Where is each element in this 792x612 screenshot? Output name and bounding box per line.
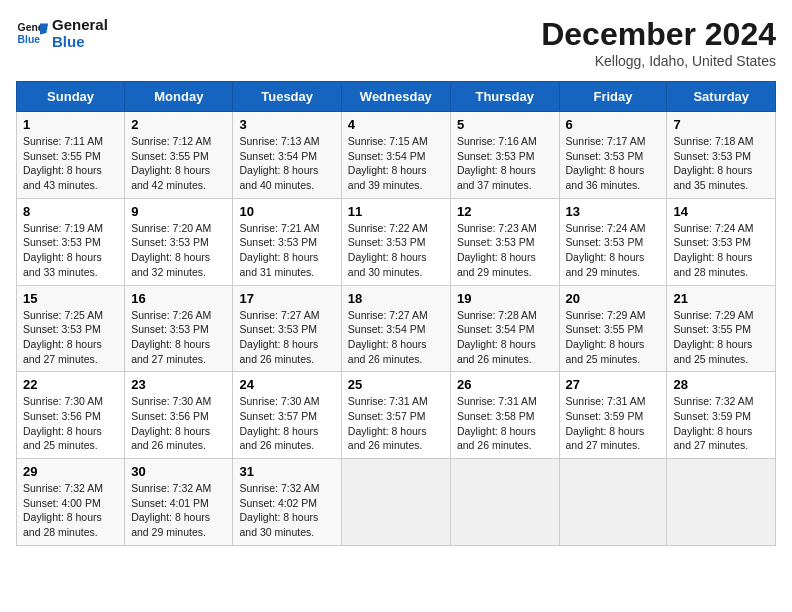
day-detail: Sunrise: 7:12 AMSunset: 3:55 PMDaylight:…: [131, 135, 211, 191]
day-detail: Sunrise: 7:17 AMSunset: 3:53 PMDaylight:…: [566, 135, 646, 191]
weekday-header-sunday: Sunday: [17, 82, 125, 112]
calendar-cell: 21 Sunrise: 7:29 AMSunset: 3:55 PMDaylig…: [667, 285, 776, 372]
day-number: 5: [457, 117, 553, 132]
day-number: 20: [566, 291, 661, 306]
day-number: 7: [673, 117, 769, 132]
weekday-header-monday: Monday: [125, 82, 233, 112]
logo-line2: Blue: [52, 33, 108, 50]
day-detail: Sunrise: 7:23 AMSunset: 3:53 PMDaylight:…: [457, 222, 537, 278]
day-number: 4: [348, 117, 444, 132]
day-detail: Sunrise: 7:16 AMSunset: 3:53 PMDaylight:…: [457, 135, 537, 191]
day-number: 1: [23, 117, 118, 132]
day-number: 23: [131, 377, 226, 392]
day-number: 3: [239, 117, 334, 132]
calendar-cell: [341, 459, 450, 546]
weekday-header-friday: Friday: [559, 82, 667, 112]
calendar-week-3: 15 Sunrise: 7:25 AMSunset: 3:53 PMDaylig…: [17, 285, 776, 372]
day-detail: Sunrise: 7:15 AMSunset: 3:54 PMDaylight:…: [348, 135, 428, 191]
calendar-cell: 26 Sunrise: 7:31 AMSunset: 3:58 PMDaylig…: [450, 372, 559, 459]
day-detail: Sunrise: 7:20 AMSunset: 3:53 PMDaylight:…: [131, 222, 211, 278]
title-area: December 2024 Kellogg, Idaho, United Sta…: [541, 16, 776, 69]
day-detail: Sunrise: 7:32 AMSunset: 4:01 PMDaylight:…: [131, 482, 211, 538]
calendar-cell: 29 Sunrise: 7:32 AMSunset: 4:00 PMDaylig…: [17, 459, 125, 546]
calendar-cell: 4 Sunrise: 7:15 AMSunset: 3:54 PMDayligh…: [341, 112, 450, 199]
main-title: December 2024: [541, 16, 776, 53]
calendar-cell: 10 Sunrise: 7:21 AMSunset: 3:53 PMDaylig…: [233, 198, 341, 285]
day-number: 16: [131, 291, 226, 306]
subtitle: Kellogg, Idaho, United States: [541, 53, 776, 69]
calendar-cell: 12 Sunrise: 7:23 AMSunset: 3:53 PMDaylig…: [450, 198, 559, 285]
calendar-cell: [559, 459, 667, 546]
day-detail: Sunrise: 7:30 AMSunset: 3:56 PMDaylight:…: [131, 395, 211, 451]
calendar-cell: 1 Sunrise: 7:11 AMSunset: 3:55 PMDayligh…: [17, 112, 125, 199]
calendar-cell: 19 Sunrise: 7:28 AMSunset: 3:54 PMDaylig…: [450, 285, 559, 372]
calendar-cell: 25 Sunrise: 7:31 AMSunset: 3:57 PMDaylig…: [341, 372, 450, 459]
day-number: 13: [566, 204, 661, 219]
calendar-cell: 16 Sunrise: 7:26 AMSunset: 3:53 PMDaylig…: [125, 285, 233, 372]
calendar-cell: 13 Sunrise: 7:24 AMSunset: 3:53 PMDaylig…: [559, 198, 667, 285]
logo: General Blue General Blue: [16, 16, 108, 50]
calendar-week-4: 22 Sunrise: 7:30 AMSunset: 3:56 PMDaylig…: [17, 372, 776, 459]
day-detail: Sunrise: 7:31 AMSunset: 3:59 PMDaylight:…: [566, 395, 646, 451]
day-detail: Sunrise: 7:19 AMSunset: 3:53 PMDaylight:…: [23, 222, 103, 278]
day-detail: Sunrise: 7:31 AMSunset: 3:58 PMDaylight:…: [457, 395, 537, 451]
day-detail: Sunrise: 7:30 AMSunset: 3:56 PMDaylight:…: [23, 395, 103, 451]
calendar-cell: 6 Sunrise: 7:17 AMSunset: 3:53 PMDayligh…: [559, 112, 667, 199]
day-number: 31: [239, 464, 334, 479]
day-detail: Sunrise: 7:28 AMSunset: 3:54 PMDaylight:…: [457, 309, 537, 365]
calendar-table: SundayMondayTuesdayWednesdayThursdayFrid…: [16, 81, 776, 546]
calendar-cell: [450, 459, 559, 546]
calendar-cell: 8 Sunrise: 7:19 AMSunset: 3:53 PMDayligh…: [17, 198, 125, 285]
day-number: 26: [457, 377, 553, 392]
day-number: 17: [239, 291, 334, 306]
calendar-week-5: 29 Sunrise: 7:32 AMSunset: 4:00 PMDaylig…: [17, 459, 776, 546]
day-detail: Sunrise: 7:13 AMSunset: 3:54 PMDaylight:…: [239, 135, 319, 191]
day-detail: Sunrise: 7:27 AMSunset: 3:53 PMDaylight:…: [239, 309, 319, 365]
logo-icon: General Blue: [16, 17, 48, 49]
day-detail: Sunrise: 7:11 AMSunset: 3:55 PMDaylight:…: [23, 135, 103, 191]
day-detail: Sunrise: 7:26 AMSunset: 3:53 PMDaylight:…: [131, 309, 211, 365]
day-number: 8: [23, 204, 118, 219]
weekday-header-tuesday: Tuesday: [233, 82, 341, 112]
header: General Blue General Blue December 2024 …: [16, 16, 776, 69]
calendar-cell: 7 Sunrise: 7:18 AMSunset: 3:53 PMDayligh…: [667, 112, 776, 199]
calendar-cell: 24 Sunrise: 7:30 AMSunset: 3:57 PMDaylig…: [233, 372, 341, 459]
day-detail: Sunrise: 7:22 AMSunset: 3:53 PMDaylight:…: [348, 222, 428, 278]
day-detail: Sunrise: 7:32 AMSunset: 3:59 PMDaylight:…: [673, 395, 753, 451]
day-detail: Sunrise: 7:32 AMSunset: 4:02 PMDaylight:…: [239, 482, 319, 538]
day-number: 15: [23, 291, 118, 306]
calendar-cell: 17 Sunrise: 7:27 AMSunset: 3:53 PMDaylig…: [233, 285, 341, 372]
day-number: 10: [239, 204, 334, 219]
calendar-cell: 23 Sunrise: 7:30 AMSunset: 3:56 PMDaylig…: [125, 372, 233, 459]
calendar-cell: 11 Sunrise: 7:22 AMSunset: 3:53 PMDaylig…: [341, 198, 450, 285]
day-detail: Sunrise: 7:24 AMSunset: 3:53 PMDaylight:…: [566, 222, 646, 278]
calendar-cell: 31 Sunrise: 7:32 AMSunset: 4:02 PMDaylig…: [233, 459, 341, 546]
day-detail: Sunrise: 7:29 AMSunset: 3:55 PMDaylight:…: [673, 309, 753, 365]
day-number: 18: [348, 291, 444, 306]
day-detail: Sunrise: 7:30 AMSunset: 3:57 PMDaylight:…: [239, 395, 319, 451]
day-detail: Sunrise: 7:27 AMSunset: 3:54 PMDaylight:…: [348, 309, 428, 365]
calendar-week-1: 1 Sunrise: 7:11 AMSunset: 3:55 PMDayligh…: [17, 112, 776, 199]
day-detail: Sunrise: 7:25 AMSunset: 3:53 PMDaylight:…: [23, 309, 103, 365]
day-number: 29: [23, 464, 118, 479]
day-number: 28: [673, 377, 769, 392]
day-number: 2: [131, 117, 226, 132]
day-number: 21: [673, 291, 769, 306]
logo-line1: General: [52, 16, 108, 33]
calendar-cell: 5 Sunrise: 7:16 AMSunset: 3:53 PMDayligh…: [450, 112, 559, 199]
calendar-cell: 22 Sunrise: 7:30 AMSunset: 3:56 PMDaylig…: [17, 372, 125, 459]
day-number: 6: [566, 117, 661, 132]
day-number: 14: [673, 204, 769, 219]
calendar-cell: 28 Sunrise: 7:32 AMSunset: 3:59 PMDaylig…: [667, 372, 776, 459]
day-number: 19: [457, 291, 553, 306]
calendar-cell: 3 Sunrise: 7:13 AMSunset: 3:54 PMDayligh…: [233, 112, 341, 199]
calendar-cell: 27 Sunrise: 7:31 AMSunset: 3:59 PMDaylig…: [559, 372, 667, 459]
day-number: 12: [457, 204, 553, 219]
calendar-cell: [667, 459, 776, 546]
svg-text:Blue: Blue: [18, 34, 41, 45]
calendar-cell: 30 Sunrise: 7:32 AMSunset: 4:01 PMDaylig…: [125, 459, 233, 546]
day-number: 30: [131, 464, 226, 479]
calendar-week-2: 8 Sunrise: 7:19 AMSunset: 3:53 PMDayligh…: [17, 198, 776, 285]
day-number: 27: [566, 377, 661, 392]
weekday-header-thursday: Thursday: [450, 82, 559, 112]
